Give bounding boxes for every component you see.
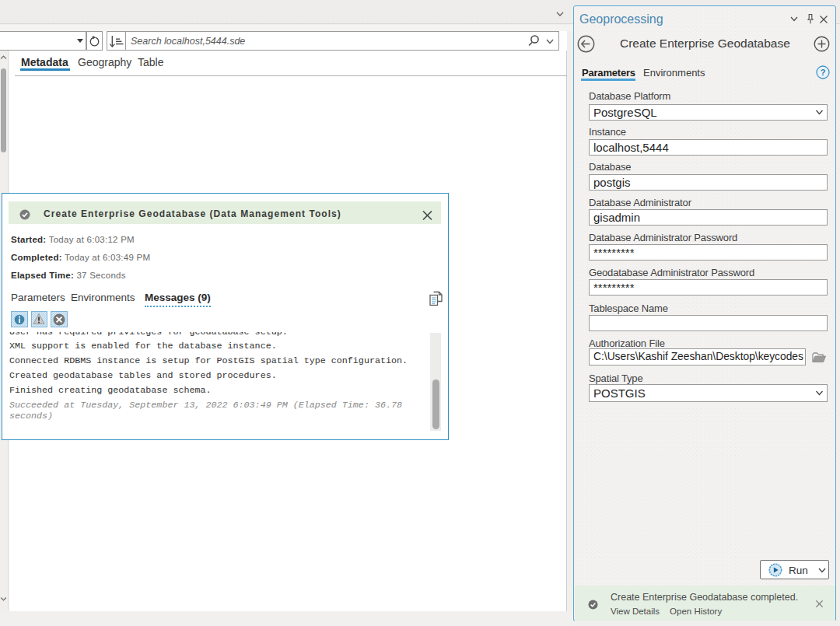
svg-text:?: ?: [821, 68, 826, 77]
